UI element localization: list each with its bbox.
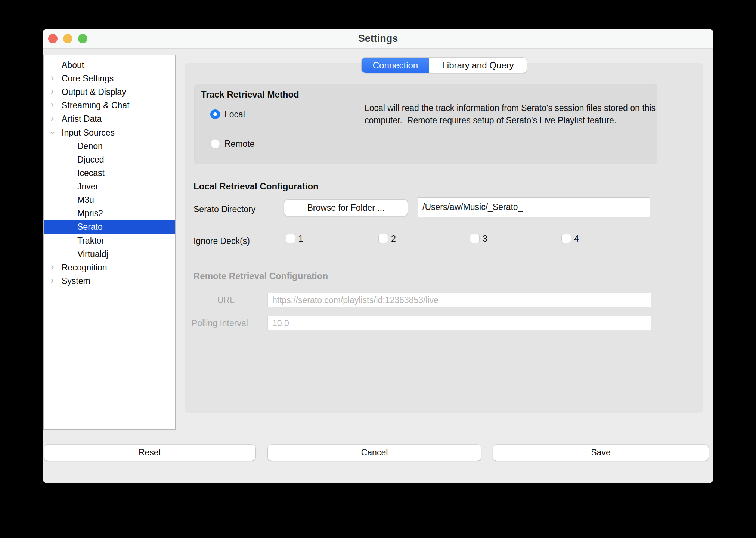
chevron-right-icon[interactable] bbox=[47, 274, 57, 288]
polling-interval-input bbox=[267, 316, 651, 330]
deck-2-label: 2 bbox=[391, 234, 396, 244]
deck-3-label: 3 bbox=[483, 234, 487, 244]
settings-window: Settings About Core Settings Output & Di… bbox=[43, 29, 713, 483]
save-button[interactable]: Save bbox=[493, 445, 709, 461]
sidebar-item-system[interactable]: System bbox=[44, 274, 175, 288]
chevron-right-icon[interactable] bbox=[47, 99, 57, 112]
sidebar-item-about[interactable]: About bbox=[44, 58, 175, 72]
track-retrieval-method-group: Track Retrieval Method Local Remote Loca… bbox=[194, 84, 657, 164]
chevron-right-icon[interactable] bbox=[47, 112, 57, 126]
deck-4-checkbox[interactable] bbox=[561, 234, 571, 243]
settings-nav-tree: About Core Settings Output & Display Str… bbox=[43, 55, 176, 430]
browse-for-folder-button[interactable]: Browse for Folder ... bbox=[284, 200, 408, 216]
deck-1-checkbox[interactable] bbox=[286, 234, 295, 243]
url-label: URL bbox=[217, 295, 235, 305]
remote-radio[interactable] bbox=[210, 139, 220, 149]
deck-4-label: 4 bbox=[574, 234, 579, 244]
remote-radio-row[interactable]: Remote bbox=[210, 139, 255, 149]
sidebar-item-artist-data[interactable]: Artist Data bbox=[44, 112, 175, 126]
serato-directory-input[interactable] bbox=[418, 197, 650, 217]
sidebar-item-jriver[interactable]: Jriver bbox=[44, 180, 175, 193]
deck-1-label: 1 bbox=[298, 234, 303, 244]
polling-interval-label: Polling Interval bbox=[192, 318, 248, 328]
window-title: Settings bbox=[43, 29, 713, 48]
ignore-decks-label: Ignore Deck(s) bbox=[193, 236, 250, 246]
cancel-button[interactable]: Cancel bbox=[268, 445, 481, 461]
sidebar-item-input-sources[interactable]: Input Sources bbox=[44, 126, 175, 139]
local-config-heading: Local Retrieval Configuration bbox=[193, 181, 319, 192]
sidebar-item-denon[interactable]: Denon bbox=[44, 139, 175, 153]
retrieval-method-description: Local will read the track information fr… bbox=[365, 102, 660, 126]
sidebar-item-traktor[interactable]: Traktor bbox=[44, 234, 175, 247]
sidebar-item-streaming-chat[interactable]: Streaming & Chat bbox=[44, 99, 175, 112]
sidebar-item-djuced[interactable]: Djuced bbox=[44, 153, 175, 166]
local-radio[interactable] bbox=[210, 109, 220, 119]
zoom-window-icon[interactable] bbox=[78, 34, 87, 43]
tab-library-and-query[interactable]: Library and Query bbox=[429, 58, 527, 73]
sidebar-item-serato[interactable]: Serato bbox=[44, 220, 175, 234]
title-bar: Settings bbox=[43, 29, 713, 49]
tab-connection[interactable]: Connection bbox=[362, 58, 429, 73]
local-radio-label[interactable]: Local bbox=[224, 109, 245, 119]
sidebar-item-virtualdj[interactable]: Virtualdj bbox=[44, 247, 175, 261]
chevron-right-icon[interactable] bbox=[47, 85, 57, 99]
reset-button[interactable]: Reset bbox=[44, 445, 255, 461]
chevron-right-icon[interactable] bbox=[47, 72, 57, 85]
chevron-down-icon[interactable] bbox=[46, 128, 59, 137]
remote-config-heading: Remote Retrieval Configuration bbox=[193, 271, 328, 281]
sidebar-item-mpris2[interactable]: Mpris2 bbox=[44, 207, 175, 220]
sidebar-item-recognition[interactable]: Recognition bbox=[44, 261, 175, 274]
sidebar-item-core-settings[interactable]: Core Settings bbox=[44, 72, 175, 85]
deck-2-checkbox[interactable] bbox=[378, 234, 388, 243]
tab-bar: Connection Library and Query bbox=[362, 58, 527, 73]
chevron-right-icon[interactable] bbox=[47, 261, 57, 274]
sidebar-item-m3u[interactable]: M3u bbox=[44, 193, 175, 207]
deck-3-checkbox[interactable] bbox=[470, 234, 480, 243]
serato-directory-label: Serato Directory bbox=[193, 204, 255, 214]
track-retrieval-method-heading: Track Retrieval Method bbox=[201, 89, 299, 100]
close-window-icon[interactable] bbox=[48, 34, 58, 43]
url-input bbox=[267, 293, 651, 307]
sidebar-item-icecast[interactable]: Icecast bbox=[44, 166, 175, 180]
remote-radio-label[interactable]: Remote bbox=[224, 139, 255, 149]
minimize-window-icon[interactable] bbox=[63, 34, 72, 43]
local-radio-row[interactable]: Local bbox=[210, 109, 245, 120]
sidebar-item-output-display[interactable]: Output & Display bbox=[44, 85, 175, 99]
